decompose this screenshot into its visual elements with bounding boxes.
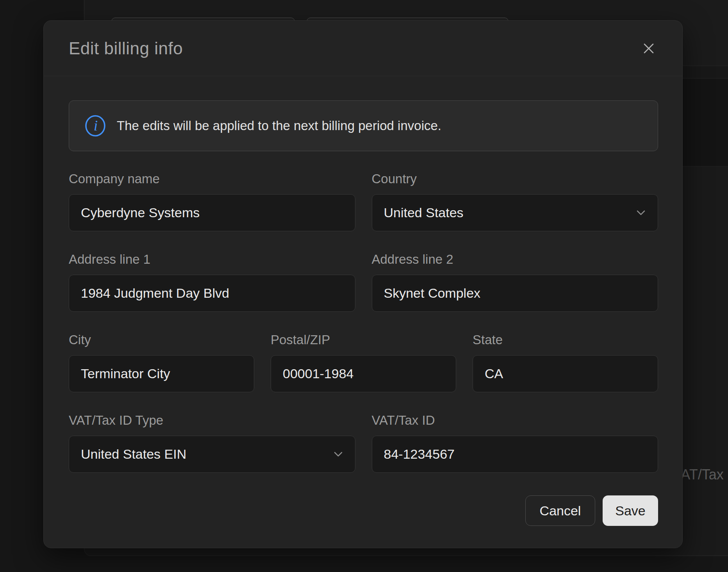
info-banner-message: The edits will be applied to the next bi… (117, 118, 441, 133)
country-label: Country (372, 171, 658, 187)
svg-text:i: i (94, 117, 98, 134)
address2-input[interactable] (372, 275, 658, 312)
field-group-postal: Postal/ZIP (271, 332, 456, 392)
dialog-title: Edit billing info (69, 39, 183, 58)
company-name-input[interactable] (69, 194, 355, 231)
postal-zip-input[interactable] (271, 355, 456, 392)
vat-type-label: VAT/Tax ID Type (69, 413, 355, 428)
field-group-company-name: Company name (69, 171, 355, 231)
postal-zip-label: Postal/ZIP (271, 332, 456, 348)
address1-label: Address line 1 (69, 252, 355, 267)
edit-billing-info-dialog: Edit billing info i The edits will be ap… (43, 20, 683, 548)
field-group-address2: Address line 2 (372, 252, 658, 312)
company-name-label: Company name (69, 171, 355, 187)
city-label: City (69, 332, 254, 348)
field-group-state: State (473, 332, 658, 392)
close-button[interactable] (640, 40, 657, 57)
vat-type-select[interactable]: United States EIN (69, 436, 355, 473)
country-selected-value: United States (384, 205, 464, 220)
save-button[interactable]: Save (603, 495, 658, 526)
info-icon: i (85, 115, 106, 137)
form-row-3: City Postal/ZIP State (69, 332, 658, 392)
field-group-country: Country United States (372, 171, 658, 231)
vat-id-label: VAT/Tax ID (372, 413, 658, 428)
form-row-2: Address line 1 Address line 2 (69, 252, 658, 312)
address1-input[interactable] (69, 275, 355, 312)
state-label: State (473, 332, 658, 348)
address2-label: Address line 2 (372, 252, 658, 267)
field-group-city: City (69, 332, 254, 392)
dialog-body: i The edits will be applied to the next … (44, 76, 682, 473)
vat-type-selected-value: United States EIN (81, 447, 186, 462)
vat-id-input[interactable] (372, 436, 658, 473)
form-row-1: Company name Country United States (69, 171, 658, 231)
cancel-button[interactable]: Cancel (525, 495, 595, 526)
field-group-vat-type: VAT/Tax ID Type United States EIN (69, 413, 355, 473)
country-select[interactable]: United States (372, 194, 658, 231)
chevron-down-icon (637, 210, 645, 215)
chevron-down-icon (334, 452, 343, 457)
field-group-vat-id: VAT/Tax ID (372, 413, 658, 473)
dialog-footer: Cancel Save (44, 495, 682, 526)
state-input[interactable] (473, 355, 658, 392)
dialog-header: Edit billing info (44, 21, 682, 76)
close-icon (642, 42, 655, 55)
info-banner: i The edits will be applied to the next … (69, 100, 658, 151)
city-input[interactable] (69, 355, 254, 392)
form-row-4: VAT/Tax ID Type United States EIN VAT/Ta… (69, 413, 658, 473)
field-group-address1: Address line 1 (69, 252, 355, 312)
